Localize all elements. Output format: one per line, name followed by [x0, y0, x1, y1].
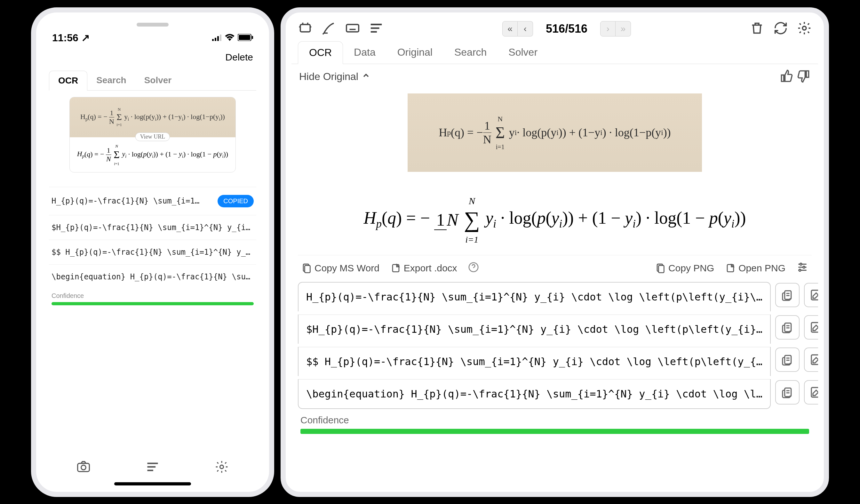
- tab-ocr[interactable]: OCR: [298, 41, 343, 64]
- phone-time: 11:56 ↗: [52, 32, 90, 44]
- hide-original-toggle[interactable]: Hide Original: [299, 71, 371, 83]
- delete-link[interactable]: Delete: [49, 47, 256, 71]
- view-url-button[interactable]: View URL: [135, 132, 170, 141]
- original-image: Hp(q) = − 1N NΣi=1 yi · log(p(yi)) + (1−…: [407, 93, 702, 172]
- tab-search[interactable]: Search: [87, 71, 135, 90]
- latex-text[interactable]: H_{p}(q)=-\frac{1}{N} \sum_{i=1}^{N} y_{…: [299, 283, 770, 311]
- latex-row[interactable]: \begin{equation} H_{p}(q)=-\frac{1}{N} \…: [49, 264, 256, 289]
- hide-original-label: Hide Original: [299, 71, 358, 83]
- result-card: Hp(q) = − 1N NΣi=1 yi · log(p(yi)) + (1−…: [69, 97, 236, 172]
- nav-last-button[interactable]: »: [616, 21, 631, 37]
- tab-search[interactable]: Search: [443, 41, 498, 64]
- nav-back-group: « ‹: [502, 21, 533, 37]
- copy-png-button[interactable]: Copy PNG: [655, 263, 714, 274]
- copy-button[interactable]: [775, 380, 800, 404]
- camera-icon[interactable]: [76, 460, 90, 475]
- tab-ocr[interactable]: OCR: [49, 71, 87, 90]
- latex-row[interactable]: H_{p}(q)=-\frac{1}{N} \sum_{i=1… COPIED: [49, 187, 256, 215]
- rendered-equation: Hp(q) = − 1N N∑i=1 yi · log(p(yi)) + (1 …: [298, 178, 812, 255]
- refresh-icon[interactable]: [773, 21, 788, 37]
- desktop-mockup: « ‹ 516/516 › » OCR Data Original Sea: [281, 8, 829, 497]
- copy-button[interactable]: [775, 347, 800, 372]
- latex-text: H_{p}(q)=-\frac{1}{N} \sum_{i=1…: [52, 197, 199, 205]
- open-png-button[interactable]: Open PNG: [725, 263, 786, 274]
- keyboard-icon[interactable]: [345, 21, 360, 37]
- latex-text[interactable]: $$ H_{p}(q)=-\frac{1}{N} \sum_{i=1}^{N} …: [299, 347, 770, 376]
- confidence-label: Confidence: [300, 415, 809, 426]
- phone-mockup: 11:56 ↗ Delete OCR Search Solver: [31, 8, 274, 497]
- gear-icon[interactable]: [797, 21, 812, 37]
- copy-ms-word-button[interactable]: Copy MS Word: [301, 263, 379, 274]
- home-indicator: [114, 482, 191, 486]
- export-actions: Copy MS Word Export .docx Copy PNG Open …: [298, 255, 812, 279]
- nav-forward-group: › »: [600, 21, 631, 37]
- tab-original[interactable]: Original: [386, 41, 443, 64]
- svg-point-36: [799, 269, 801, 271]
- phone-notch: [117, 18, 188, 31]
- export-docx-button[interactable]: Export .docx: [390, 263, 457, 274]
- tab-solver[interactable]: Solver: [135, 71, 181, 90]
- latex-row[interactable]: $H_{p}(q)=-\frac{1}{N} \sum_{i=1}^{N} y_…: [49, 215, 256, 240]
- latex-output: H_{p}(q)=-\frac{1}{N} \sum_{i=1}^{N} y_{…: [298, 279, 812, 409]
- phone-footer: [49, 452, 256, 478]
- edit-button[interactable]: [804, 347, 818, 372]
- confidence-label: Confidence: [52, 292, 254, 300]
- svg-rect-14: [346, 24, 359, 32]
- copy-button[interactable]: [775, 315, 800, 340]
- trash-icon[interactable]: [750, 21, 764, 37]
- latex-row[interactable]: $$ H_{p}(q)=-\frac{1}{N} \sum_{i=1}^{N} …: [49, 240, 256, 264]
- edit-button[interactable]: [804, 315, 818, 340]
- latex-text: $H_{p}(q)=-\frac{1}{N} \sum_{i=1}^{N} y_…: [52, 223, 250, 232]
- svg-point-34: [803, 266, 805, 268]
- edit-button[interactable]: [804, 283, 818, 307]
- sliders-icon[interactable]: [796, 261, 808, 275]
- svg-point-23: [802, 26, 806, 30]
- svg-point-8: [81, 465, 86, 470]
- chevron-up-icon: [361, 71, 371, 83]
- desktop-tabs: OCR Data Original Search Solver: [291, 41, 818, 64]
- confidence-bar: [52, 302, 254, 305]
- svg-rect-5: [239, 35, 250, 40]
- list-icon[interactable]: [146, 460, 160, 475]
- svg-point-32: [800, 263, 802, 265]
- latex-text[interactable]: \begin{equation} H_{p}(q)=-\frac{1}{N} \…: [299, 379, 770, 408]
- toolbar: « ‹ 516/516 › »: [291, 18, 818, 41]
- copied-badge: COPIED: [218, 195, 254, 207]
- tab-data[interactable]: Data: [343, 41, 386, 64]
- svg-rect-1: [215, 38, 216, 41]
- latex-text: \begin{equation} H_{p}(q)=-\frac{1}{N} \…: [52, 272, 250, 281]
- svg-rect-2: [217, 36, 219, 41]
- svg-rect-3: [220, 34, 221, 41]
- menu-icon[interactable]: [369, 21, 384, 37]
- gear-icon[interactable]: [215, 460, 229, 475]
- phone-tabs: OCR Search Solver: [49, 71, 256, 90]
- page-count: 516/516: [546, 22, 587, 35]
- latex-text[interactable]: $H_{p}(q)=-\frac{1}{N} \sum_{i=1}^{N} y_…: [299, 315, 770, 344]
- help-icon[interactable]: [468, 262, 479, 275]
- edit-button[interactable]: [804, 380, 818, 404]
- tab-solver[interactable]: Solver: [498, 41, 548, 64]
- nav-next-button[interactable]: ›: [600, 21, 616, 37]
- wifi-icon: [225, 32, 234, 44]
- original-image-thumb[interactable]: Hp(q) = − 1N NΣi=1 yi · log(p(yi)) + (1−…: [70, 97, 235, 137]
- nav-first-button[interactable]: «: [502, 21, 518, 37]
- svg-rect-0: [212, 39, 214, 41]
- nav-prev-button[interactable]: ‹: [518, 21, 533, 37]
- svg-rect-13: [300, 24, 310, 32]
- svg-rect-25: [304, 265, 310, 273]
- draw-icon[interactable]: [321, 21, 336, 37]
- copy-button[interactable]: [775, 283, 800, 307]
- svg-point-12: [220, 465, 224, 469]
- latex-text: $$ H_{p}(q)=-\frac{1}{N} \sum_{i=1}^{N} …: [52, 248, 250, 257]
- rendered-equation-thumb: Hp(q) = − 1N NΣi=1 yi · log(p(yi)) + (1 …: [70, 137, 235, 172]
- confidence: Confidence: [298, 409, 812, 436]
- svg-rect-6: [252, 36, 253, 39]
- confidence: Confidence: [49, 289, 256, 312]
- signal-icon: [212, 32, 222, 44]
- confidence-bar: [300, 429, 809, 434]
- crop-icon[interactable]: [298, 21, 313, 37]
- svg-rect-29: [658, 265, 664, 273]
- battery-icon: [238, 32, 253, 44]
- thumbs-down-icon[interactable]: [796, 69, 811, 85]
- thumbs-up-icon[interactable]: [780, 69, 794, 85]
